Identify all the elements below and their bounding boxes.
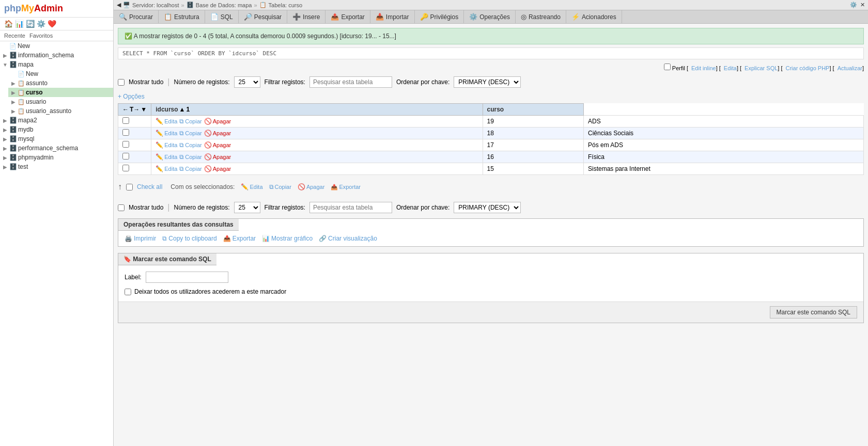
- bottom-delete-btn[interactable]: 🚫 Apagar: [298, 183, 324, 190]
- bottom-edit-btn[interactable]: ✏️ Edita: [241, 183, 262, 190]
- edit-btn[interactable]: ✏️ Edita: [156, 153, 177, 161]
- operations-box: Operações resultantes das consultas 🖨️ I…: [118, 218, 864, 247]
- delete-btn[interactable]: 🚫 Apagar: [204, 130, 231, 137]
- exportar-ops-link[interactable]: 📤 Exportar: [223, 235, 256, 242]
- bottom-export-btn[interactable]: 📤 Exportar: [331, 184, 361, 190]
- sidebar-item-phpmyadmin[interactable]: ▶ 🗄️ phpmyadmin: [0, 153, 113, 162]
- tab-pesquisar[interactable]: 🔎 Pesquisar: [239, 10, 287, 23]
- ordenar-select-top[interactable]: PRIMARY (DESC) PRIMARY (ASC) None: [454, 76, 521, 88]
- copy-btn[interactable]: ⧉ Copiar: [179, 130, 202, 137]
- row-checkbox[interactable]: [122, 153, 129, 160]
- tab-exportar[interactable]: 📤 Exportar: [326, 10, 370, 23]
- sidebar-item-test[interactable]: ▶ 🗄️ test: [0, 162, 113, 171]
- copy-btn[interactable]: ⧉ Copiar: [179, 118, 202, 125]
- tab-estrutura[interactable]: 📋 Estrutura: [159, 10, 205, 23]
- tab-insere[interactable]: ➕ Insere: [287, 10, 326, 23]
- sidebar-item-new-root[interactable]: 📄 New: [0, 41, 113, 51]
- row-checkbox[interactable]: [122, 117, 129, 124]
- label-input[interactable]: [146, 272, 228, 283]
- tab-importar[interactable]: 📥 Importar: [370, 10, 415, 23]
- copy-btn[interactable]: ⧉ Copiar: [179, 141, 202, 149]
- delete-btn[interactable]: 🚫 Apagar: [204, 153, 231, 161]
- sidebar-item-curso[interactable]: ▶ 📋 curso: [8, 88, 113, 97]
- table-icon: 📋: [18, 108, 25, 115]
- delete-btn[interactable]: 🚫 Apagar: [204, 165, 231, 172]
- mostrar-grafico-link[interactable]: 📊 Mostrar gráfico: [262, 235, 313, 242]
- edit-btn[interactable]: ✏️ Edita: [156, 130, 177, 137]
- server-link[interactable]: Servidor: localhost: [132, 2, 179, 8]
- allow-users-checkbox[interactable]: [125, 289, 131, 295]
- heart-icon[interactable]: ❤️: [48, 20, 56, 28]
- ordenar-select-bottom[interactable]: PRIMARY (DESC) PRIMARY (ASC) None: [454, 202, 521, 213]
- criar-visualizacao-link[interactable]: 🔗 Criar visualização: [319, 235, 377, 242]
- tab-privilegios[interactable]: 🔑 Privilégios: [415, 10, 464, 23]
- row-checkbox[interactable]: [122, 141, 129, 148]
- ops-title-bar: Operações resultantes das consultas: [118, 219, 863, 231]
- copy-btn[interactable]: ⧉ Copiar: [179, 165, 202, 172]
- sidebar-item-usuario-assunto[interactable]: ▶ 📋 usuario_assunto: [8, 106, 113, 116]
- mostrar-tudo-checkbox-top[interactable]: [118, 79, 125, 86]
- check-all-link[interactable]: Check all: [137, 183, 162, 190]
- numero-registos-select-top[interactable]: 25 50 100 250 500: [234, 76, 260, 88]
- table-link[interactable]: Tabela: curso: [269, 2, 302, 8]
- bottom-copy-btn[interactable]: ⧉ Copiar: [269, 183, 291, 190]
- edita-link[interactable]: Edita: [724, 65, 737, 71]
- col-idcurso-link[interactable]: idcurso: [156, 106, 178, 113]
- tab-rastreando[interactable]: ◎ Rastreando: [516, 10, 566, 23]
- tab-procurar[interactable]: 🔍 Procurar: [114, 10, 159, 23]
- success-icon: ✅: [125, 33, 132, 40]
- sidebar-item-mapa[interactable]: ▼ 🗄️ mapa: [0, 60, 113, 69]
- filtrar-input-top[interactable]: [309, 76, 392, 88]
- numero-registos-select-bottom[interactable]: 25 50 100 250 500: [234, 202, 260, 213]
- options-link[interactable]: + Opções: [118, 93, 145, 100]
- row-checkbox[interactable]: [122, 165, 129, 171]
- sidebar-item-assunto[interactable]: ▶ 📋 assunto: [8, 78, 113, 88]
- refresh-icon[interactable]: 🔄: [26, 20, 35, 28]
- check-all-checkbox[interactable]: [126, 184, 133, 190]
- close-icon[interactable]: ✕: [860, 2, 865, 8]
- row-curso: Ciências Sociais: [584, 128, 864, 139]
- profile-checkbox[interactable]: [664, 63, 671, 70]
- settings-icon[interactable]: ⚙️: [37, 20, 45, 28]
- edit-btn[interactable]: ✏️ Edita: [156, 165, 177, 172]
- col-curso-header[interactable]: curso: [483, 104, 584, 116]
- sidebar-item-mapa2[interactable]: ▶ 🗄️ mapa2: [0, 116, 113, 125]
- bookmark-submit-btn[interactable]: Marcar este comando SQL: [770, 306, 857, 318]
- tab-sql[interactable]: 📄 SQL: [205, 10, 239, 23]
- col-idcurso-header[interactable]: idcurso ▲ 1: [151, 104, 483, 116]
- sidebar-item-mydb[interactable]: ▶ 🗄️ mydb: [0, 125, 113, 134]
- delete-btn[interactable]: 🚫 Apagar: [204, 118, 231, 125]
- sidebar-item-new-mapa[interactable]: 📄 New: [8, 69, 113, 78]
- filtrar-input-bottom[interactable]: [309, 202, 392, 213]
- edit-btn[interactable]: ✏️ Edita: [156, 118, 177, 125]
- explicar-sql-link[interactable]: Explicar SQL: [745, 65, 778, 71]
- home-icon[interactable]: 🏠: [4, 20, 13, 28]
- edit-btn[interactable]: ✏️ Edita: [156, 141, 177, 149]
- tab-operacoes[interactable]: ⚙️ Operações: [464, 10, 516, 23]
- tree-label: test: [18, 163, 28, 170]
- grafico-icon: 📊: [262, 235, 270, 242]
- db-link[interactable]: Base de Dados: mapa: [196, 2, 252, 8]
- back-icon[interactable]: ◀: [117, 2, 121, 8]
- copy-btn[interactable]: ⧉ Copiar: [179, 153, 202, 161]
- sidebar-item-usuario[interactable]: ▶ 📋 usuario: [8, 97, 113, 106]
- recente-link[interactable]: Recente: [4, 33, 25, 39]
- edit-inline-link[interactable]: Edit inline: [691, 65, 716, 71]
- settings-icon[interactable]: ⚙️: [850, 2, 857, 8]
- copy-clipboard-link[interactable]: ⧉ Copy to clipboard: [162, 235, 216, 242]
- sidebar-item-mysql[interactable]: ▶ 🗄️ mysql: [0, 134, 113, 144]
- tab-acionadores[interactable]: ⚡ Acionadores: [566, 10, 622, 23]
- sidebar-item-performance-schema[interactable]: ▶ 🗄️ performance_schema: [0, 144, 113, 153]
- expand-icon: ▶: [2, 126, 8, 133]
- delete-btn[interactable]: 🚫 Apagar: [204, 141, 231, 149]
- favoritos-link[interactable]: Favoritos: [29, 33, 53, 39]
- sidebar-item-information-schema[interactable]: ▶ 🗄️ information_schema: [0, 51, 113, 60]
- sql-icon: 📄: [210, 13, 219, 21]
- row-checkbox[interactable]: [122, 129, 129, 136]
- db-icon[interactable]: 📊: [15, 20, 24, 28]
- actualizar-link[interactable]: Actualizar: [838, 65, 862, 71]
- col-curso-link[interactable]: curso: [487, 106, 504, 113]
- criar-php-link[interactable]: Criar código PHP: [785, 65, 829, 71]
- print-link[interactable]: 🖨️ Imprimir: [125, 235, 156, 242]
- mostrar-tudo-checkbox-bottom[interactable]: [118, 204, 125, 211]
